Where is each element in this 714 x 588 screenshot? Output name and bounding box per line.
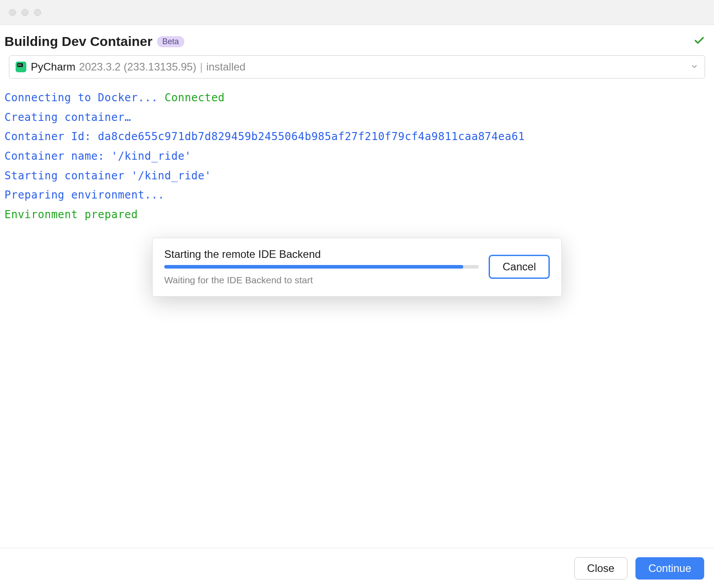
progress-dialog: Starting the remote IDE Backend Waiting …: [152, 238, 562, 297]
status-check-icon: [693, 35, 705, 48]
header: Building Dev Container Beta: [0, 25, 714, 55]
titlebar: [0, 0, 714, 25]
log-line: Creating container…: [4, 108, 710, 128]
window-minimize-icon[interactable]: [21, 9, 29, 16]
build-log: Connecting to Docker... ConnectedCreatin…: [0, 79, 714, 235]
continue-button[interactable]: Continue: [635, 557, 704, 580]
chevron-down-icon: [690, 61, 698, 73]
dialog-title: Starting the remote IDE Backend: [164, 248, 479, 261]
window-close-icon[interactable]: [9, 9, 16, 16]
log-line: Container Id: da8cde655c971db7d829459b24…: [4, 127, 710, 147]
pycharm-icon: PC: [16, 62, 26, 72]
log-line: Preparing environment...: [4, 186, 710, 205]
page-title: Building Dev Container: [4, 34, 153, 49]
ide-status: installed: [206, 61, 245, 73]
progress-bar: [164, 265, 479, 269]
log-line: Starting container '/kind_ride': [4, 166, 710, 186]
footer: Close Continue: [0, 548, 714, 588]
window-maximize-icon[interactable]: [34, 9, 41, 16]
ide-name: PyCharm: [31, 61, 75, 73]
log-line: Container name: '/kind_ride': [4, 147, 710, 166]
dialog-subtitle: Waiting for the IDE Backend to start: [164, 275, 479, 286]
beta-badge: Beta: [157, 36, 184, 47]
progress-fill: [164, 265, 463, 269]
log-line: Connecting to Docker... Connected: [4, 88, 710, 108]
close-button[interactable]: Close: [574, 557, 627, 580]
ide-selector-dropdown[interactable]: PC PyCharm 2023.3.2 (233.13135.95) | ins…: [9, 55, 705, 79]
ide-version: 2023.3.2 (233.13135.95): [79, 61, 196, 73]
cancel-button[interactable]: Cancel: [489, 255, 550, 279]
log-line: Environment prepared: [4, 205, 710, 225]
